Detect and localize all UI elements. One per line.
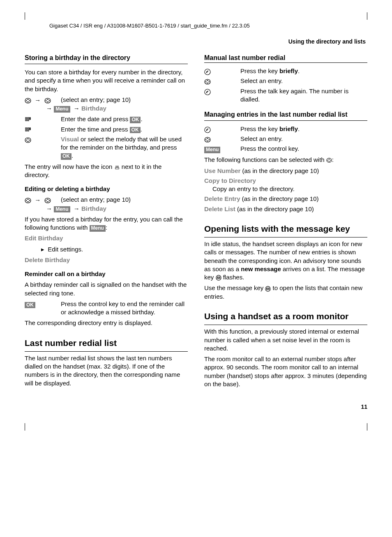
talk-key-icon [204, 69, 211, 75]
page-number: 11 [25, 403, 367, 411]
nav-sequence-1b: → Menu → Birthday [25, 104, 188, 113]
nav-key-icon [204, 136, 211, 143]
message-key-icon [216, 275, 221, 281]
bullet-edit-settings: ▸ Edit settings. [25, 245, 188, 254]
ok-tag: OK [25, 302, 35, 309]
nav-key-icon [326, 157, 332, 163]
label-delete-birthday: Delete Birthday [25, 256, 188, 264]
heading-opening-lists: Opening lists with the message key [204, 223, 367, 237]
nav-key-icon [25, 197, 31, 204]
heading-editing-birthday: Editing or deleting a birthday [25, 185, 188, 193]
crop-marks-top [25, 12, 367, 20]
menu-tag: Menu [54, 106, 70, 113]
heading-reminder-call: Reminder call on a birthday [25, 270, 188, 278]
fn-copy-dir-text: Copy an entry to the directory. [212, 185, 367, 193]
para-opening-2: Use the message key to open the lists th… [204, 284, 367, 301]
nav-key-icon [44, 97, 51, 104]
step-select-entry-2: Select an entry. [204, 135, 367, 143]
keypad-icon [25, 117, 31, 123]
header-path: Gigaset C34 / ISR eng / A31008-M1607-B50… [25, 22, 367, 30]
step-visual: Visual or select the melody that will be… [25, 135, 188, 160]
heading-last-number-redial: Last number redial list [25, 337, 188, 352]
heading-room-monitor: Using a handset as a room monitor [204, 311, 367, 325]
label-edit-birthday: Edit Birthday [25, 234, 188, 242]
para-lastnum: The last number redial list shows the la… [25, 354, 188, 387]
step-press-control: Menu Press the control key. [204, 145, 367, 153]
crop-marks-bottom [25, 423, 367, 431]
para-room-2: The room monitor call to an external num… [204, 355, 367, 388]
nav-sequence-2: → (select an entry; page 10) [25, 196, 188, 204]
menu-tag: Menu [54, 206, 70, 213]
nav-key-icon [25, 137, 31, 143]
nav-key-icon [25, 97, 31, 104]
para-room-1: With this function, a previously stored … [204, 327, 367, 353]
message-key-icon [265, 286, 271, 292]
nav-sequence-2b: → Menu → Birthday [25, 205, 188, 213]
menu-tag: Menu [90, 225, 106, 232]
content-columns: Storing a birthday in the directory You … [25, 53, 367, 391]
fn-delete-list: Delete List (as in the directory page 10… [204, 205, 367, 213]
birthday-label: Birthday [81, 105, 106, 112]
para-reminder: A birthday reminder call is signalled on… [25, 281, 188, 297]
nav-key-icon [44, 197, 51, 204]
right-column: Manual last number redial Press the key … [204, 53, 367, 391]
visual-label: Visual [61, 136, 79, 143]
para-if-stored: If you have stored a birthday for the en… [25, 215, 188, 232]
step-enter-date: Enter the date and press OK. [25, 115, 188, 124]
step-ok-end: OK Press the control key to end the remi… [25, 300, 188, 317]
ok-tag: OK [130, 127, 141, 134]
ok-tag: OK [61, 153, 71, 160]
talk-key-icon [204, 89, 211, 95]
nav-key-icon [204, 78, 211, 85]
menu-tag: Menu [204, 147, 220, 153]
para-entry-icon: The entry will now have the icon next to… [25, 163, 188, 180]
nav-sequence-1: → (select an entry; page 10) [25, 96, 188, 104]
fn-delete-entry: Delete Entry (as in the directory page 1… [204, 195, 367, 203]
heading-manual-redial: Manual last number redial [204, 53, 367, 63]
step-talk-again: Press the talk key again. The number is … [204, 87, 367, 104]
para-following: The following functions can be selected … [204, 156, 367, 164]
para-opening-1: In idle status, the handset screen displ… [204, 240, 367, 281]
birthday-label: Birthday [81, 205, 106, 212]
nav-select-entry-text: (select an entry; page 10) [61, 96, 131, 103]
running-header: Using the directory and lists [25, 38, 367, 46]
heading-storing-birthday: Storing a birthday in the directory [25, 53, 188, 64]
heading-managing-entries: Managing entries in the last number redi… [204, 110, 367, 121]
para-displayed: The corresponding directory entry is dis… [25, 319, 188, 327]
cake-icon [114, 164, 120, 170]
talk-key-icon [204, 127, 211, 133]
step-press-brief-1: Press the key briefly. [204, 67, 367, 76]
fn-copy-dir-label: Copy to Directory [204, 177, 367, 185]
step-select-entry-1: Select an entry. [204, 77, 367, 85]
ok-tag: OK [130, 117, 141, 123]
fn-use-number: Use Number (as in the directory page 10) [204, 167, 367, 175]
step-enter-time: Enter the time and press OK. [25, 125, 188, 134]
keypad-icon [25, 127, 31, 134]
para-storing: You can store a birthday for every numbe… [25, 68, 188, 93]
step-press-brief-2: Press the key briefly. [204, 125, 367, 134]
left-column: Storing a birthday in the directory You … [25, 53, 188, 391]
